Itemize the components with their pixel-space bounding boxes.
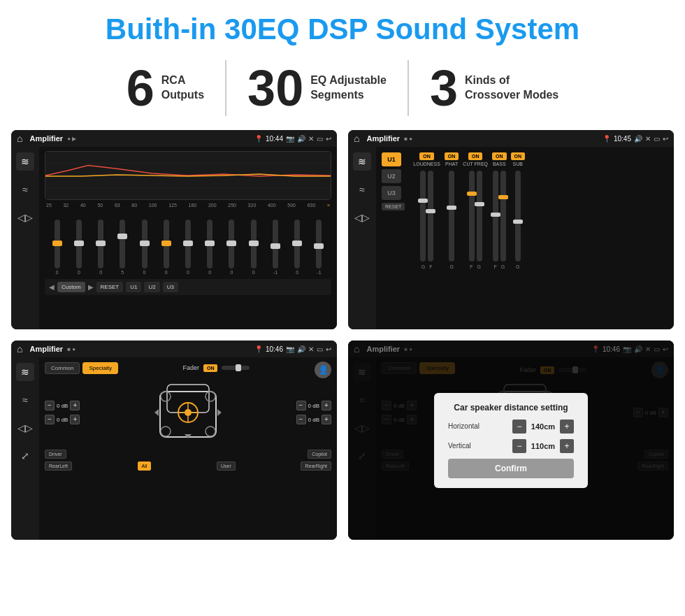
driver-btn[interactable]: Driver xyxy=(45,450,66,459)
reset-button[interactable]: RESET xyxy=(96,282,124,292)
phat-on[interactable]: ON xyxy=(445,152,459,160)
db-control-br: − 0 dB + xyxy=(296,415,331,424)
horizontal-minus-btn[interactable]: − xyxy=(512,420,526,434)
dialog-overlay: Car speaker distance setting Horizontal … xyxy=(348,341,674,540)
svg-marker-15 xyxy=(217,409,222,416)
bass-col: ON BASS FG xyxy=(492,152,507,324)
cutfreq-label: CUT FREQ xyxy=(463,162,488,166)
copilot-btn[interactable]: Copilot xyxy=(308,450,331,459)
right-speaker-controls: − 0 dB + − 0 dB + xyxy=(296,401,331,424)
screen2-time: 10:45 xyxy=(614,135,631,143)
sidebar-eq-icon-2[interactable]: ≋ xyxy=(353,152,371,171)
sidebar-wave-icon-3[interactable]: ≈ xyxy=(16,391,34,409)
eq-slider-7: 0 xyxy=(201,220,219,275)
vertical-minus-btn[interactable]: − xyxy=(512,439,526,453)
sidebar-eq-icon-3[interactable]: ≋ xyxy=(16,363,34,381)
x-icon-3: ✕ xyxy=(308,345,314,353)
eq-slider-2: 0 xyxy=(91,220,110,275)
sidebar-vol-icon-3[interactable]: ◁▷ xyxy=(16,419,34,437)
sidebar-vol-icon[interactable]: ◁▷ xyxy=(16,208,34,227)
phat-col: ON PHAT G xyxy=(445,152,459,324)
eq-slider-3: 5 xyxy=(113,220,132,275)
u1-tab[interactable]: U1 xyxy=(382,152,401,166)
plus-btn-bl[interactable]: + xyxy=(70,415,80,424)
screen1-topbar-icons: 📍 10:44 📷 🔊 ✕ ▭ ↩ xyxy=(254,135,331,143)
minus-btn-bl[interactable]: − xyxy=(45,415,55,424)
u2-tab[interactable]: U2 xyxy=(382,169,401,183)
speaker-layout-3: − 0 dB + − 0 dB + xyxy=(45,381,331,444)
screen1-sidebar: ≋ ≈ ◁▷ xyxy=(11,147,39,329)
screen1-main: 2532405063 80100125160200 25032040050063… xyxy=(39,147,337,329)
screen-dialog: ⌂ Amplifier ■ ● 📍 10:46 📷 🔊 ✕ ▭ ↩ ≋ ≈ ◁▷… xyxy=(348,341,674,540)
sub-on[interactable]: ON xyxy=(511,152,526,160)
confirm-button[interactable]: Confirm xyxy=(448,459,574,478)
u3-button[interactable]: U3 xyxy=(163,282,178,292)
fader-label-3: Fader xyxy=(182,364,199,371)
plus-btn-br[interactable]: + xyxy=(322,415,331,424)
phat-label: PHAT xyxy=(445,162,458,166)
distance-dialog: Car speaker distance setting Horizontal … xyxy=(434,393,588,488)
loudness-on[interactable]: ON xyxy=(419,152,434,160)
cutfreq-on[interactable]: ON xyxy=(468,152,483,160)
vertical-value: 110cm xyxy=(529,442,557,450)
rearleft-btn[interactable]: RearLeft xyxy=(45,461,72,471)
sidebar-wave-icon[interactable]: ≈ xyxy=(16,180,34,199)
screen-fader: ⌂ Amplifier ■ ● 📍 10:46 📷 🔊 ✕ ▭ ↩ ≋ ≈ ◁▷… xyxy=(11,341,337,540)
dialog-title: Car speaker distance setting xyxy=(448,403,574,413)
u3-tab[interactable]: U3 xyxy=(382,186,401,200)
prev-button[interactable]: ◀ xyxy=(49,283,55,291)
screen3-content: ≋ ≈ ◁▷ ⤢ Common Specialty Fader ON xyxy=(11,357,337,540)
vol-icon-2: 🔊 xyxy=(634,135,642,143)
horizontal-plus-btn[interactable]: + xyxy=(560,420,574,434)
u2-button[interactable]: U2 xyxy=(144,282,159,292)
camera-icon-3: 📷 xyxy=(286,345,294,353)
reset-btn-dsp[interactable]: RESET xyxy=(382,203,405,210)
window-icon-1: ▭ xyxy=(317,135,323,143)
eq-graph xyxy=(45,151,331,200)
eq-sliders: 0 0 0 5 0 xyxy=(45,212,331,275)
plus-btn-tl[interactable]: + xyxy=(70,401,80,410)
sub-col: ON SUB G xyxy=(511,152,526,324)
next-button[interactable]: ▶ xyxy=(88,283,94,291)
specialty-tab-3[interactable]: Specialty xyxy=(82,362,117,374)
sidebar-wave-icon-2[interactable]: ≈ xyxy=(353,180,371,199)
screen1-time: 10:44 xyxy=(266,135,283,143)
user-btn[interactable]: User xyxy=(217,461,236,471)
sidebar-eq-icon[interactable]: ≋ xyxy=(16,152,34,171)
sub-label: SUB xyxy=(513,162,523,166)
eq-slider-1: 0 xyxy=(69,220,88,275)
all-btn[interactable]: All xyxy=(138,461,152,471)
cutfreq-col: ON CUT FREQ FG xyxy=(463,152,488,324)
screen3-topbar: ⌂ Amplifier ■ ● 📍 10:46 📷 🔊 ✕ ▭ ↩ xyxy=(11,341,337,357)
fader-on-3[interactable]: ON xyxy=(203,364,218,372)
vertical-plus-btn[interactable]: + xyxy=(560,439,574,453)
home-icon-2: ⌂ xyxy=(354,133,359,144)
eq-slider-5: 0 xyxy=(157,220,175,275)
pin-icon-3: 📍 xyxy=(254,345,263,353)
left-speaker-controls: − 0 dB + − 0 dB + xyxy=(45,401,80,424)
car-diagram xyxy=(146,381,230,444)
screen3-sidebar: ≋ ≈ ◁▷ ⤢ xyxy=(11,357,39,540)
eq-slider-0: 0 xyxy=(48,220,66,275)
rearright-btn[interactable]: RearRight xyxy=(301,461,331,471)
horizontal-label: Horizontal xyxy=(448,422,480,430)
fader-slider-3[interactable] xyxy=(222,366,250,370)
minus-btn-tl[interactable]: − xyxy=(45,401,55,410)
u1-button[interactable]: U1 xyxy=(126,282,141,292)
minus-btn-tr[interactable]: − xyxy=(296,401,306,410)
bottom-labels-3b: RearLeft All User RearRight xyxy=(45,461,331,471)
db-value-br: 0 dB xyxy=(308,417,319,423)
sidebar-vol-icon-2[interactable]: ◁▷ xyxy=(353,208,371,227)
home-icon-1: ⌂ xyxy=(17,133,22,144)
common-tab-3[interactable]: Common xyxy=(45,362,80,374)
plus-btn-tr[interactable]: + xyxy=(322,401,331,410)
bass-on[interactable]: ON xyxy=(492,152,507,160)
custom-button[interactable]: Custom xyxy=(57,282,85,292)
sidebar-expand-icon-3[interactable]: ⤢ xyxy=(16,447,34,465)
svg-point-10 xyxy=(161,392,171,401)
minus-btn-br[interactable]: − xyxy=(296,415,306,424)
person-icon-3: 👤 xyxy=(315,361,331,378)
x-icon-1: ✕ xyxy=(308,135,314,143)
pin-icon-2: 📍 xyxy=(603,135,611,143)
camera-icon-1: 📷 xyxy=(286,135,294,143)
